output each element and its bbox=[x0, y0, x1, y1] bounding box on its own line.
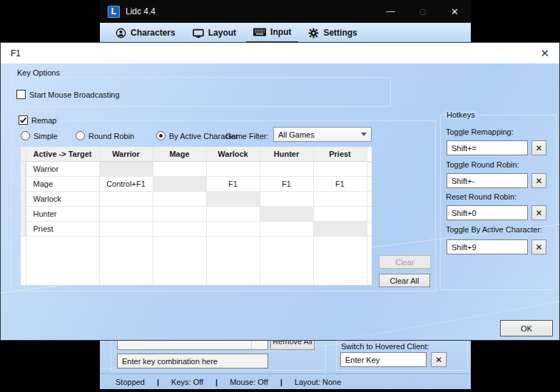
reset-round-robin-label: Reset Round Robin: bbox=[446, 192, 516, 201]
map-cell[interactable] bbox=[206, 221, 260, 236]
row-selector[interactable] bbox=[21, 206, 26, 221]
main-window-bottom: Remove All Switch to Hovered Client: ✕ S… bbox=[100, 341, 471, 389]
row-label: Warrior bbox=[26, 161, 99, 176]
map-cell[interactable] bbox=[260, 221, 313, 236]
row-label: Priest bbox=[26, 221, 99, 236]
row-selector[interactable] bbox=[21, 191, 26, 206]
chevron-down-icon bbox=[361, 133, 367, 136]
clear-hotkey-icon[interactable]: ✕ bbox=[531, 239, 546, 254]
remap-table: Active -> Target Warrior Mage Warlock Hu… bbox=[21, 147, 372, 285]
clear-switch-key-icon[interactable]: ✕ bbox=[431, 352, 447, 367]
tab-characters[interactable]: Characters bbox=[108, 23, 183, 43]
map-cell[interactable] bbox=[206, 191, 260, 206]
col-header: Warrior bbox=[99, 147, 153, 161]
map-cell[interactable] bbox=[99, 161, 153, 176]
main-window-top: L Lidc 4.4 — ▢ ✕ Characters Layout Input bbox=[100, 0, 471, 43]
row-selector[interactable] bbox=[21, 221, 26, 236]
status-separator: | bbox=[280, 378, 282, 386]
key-dialog: F1 ✕ Key Options Start Mouse Broadcastin… bbox=[0, 42, 560, 341]
toggle-by-active-character-label: Toggle By Active Character: bbox=[446, 225, 542, 234]
toggle-by-active-character-input[interactable] bbox=[447, 239, 528, 254]
minimize-button[interactable]: — bbox=[375, 0, 407, 23]
map-cell[interactable] bbox=[153, 176, 206, 191]
tab-label: Characters bbox=[131, 28, 175, 38]
switch-hovered-client-label: Switch to Hovered Client: bbox=[341, 342, 429, 351]
check-icon bbox=[19, 116, 27, 124]
row-label: Mage bbox=[26, 176, 99, 191]
mode-simple-label: Simple bbox=[34, 132, 58, 140]
row-selector[interactable] bbox=[21, 176, 26, 191]
table-row: Hunter bbox=[21, 206, 372, 221]
clear-all-button[interactable]: Clear All bbox=[379, 274, 430, 287]
row-label: Hunter bbox=[26, 206, 99, 221]
tab-input[interactable]: Input bbox=[246, 23, 298, 43]
table-filler bbox=[367, 147, 372, 161]
clear-hotkey-icon[interactable]: ✕ bbox=[531, 205, 546, 220]
status-keys: Keys: Off bbox=[171, 378, 203, 386]
row-selector[interactable] bbox=[21, 161, 26, 176]
start-mouse-broadcasting-checkbox[interactable] bbox=[16, 90, 26, 99]
status-separator: | bbox=[215, 378, 218, 386]
tab-layout[interactable]: Layout bbox=[185, 23, 243, 43]
map-cell[interactable]: Control+F1 bbox=[99, 176, 153, 191]
col-header: Active -> Target bbox=[26, 147, 99, 161]
close-button[interactable]: ✕ bbox=[439, 0, 471, 23]
app-logo-icon: L bbox=[108, 6, 120, 18]
remap-checkbox[interactable] bbox=[19, 115, 28, 125]
row-selector-header bbox=[21, 147, 26, 161]
clear-hotkey-icon[interactable]: ✕ bbox=[531, 173, 546, 188]
map-cell[interactable] bbox=[313, 161, 367, 176]
table-row: Mage Control+F1 F1 F1 F1 bbox=[21, 176, 372, 191]
map-cell[interactable] bbox=[99, 221, 153, 236]
reset-round-robin-input[interactable] bbox=[447, 205, 528, 220]
status-mouse: Mouse: Off bbox=[230, 378, 268, 386]
tab-settings[interactable]: Settings bbox=[301, 23, 364, 43]
dialog-close-icon[interactable]: ✕ bbox=[540, 48, 549, 58]
key-options-label: Key Options bbox=[15, 68, 62, 77]
toggle-round-robin-label: Toggle Round Robin: bbox=[446, 160, 519, 169]
map-cell[interactable] bbox=[313, 206, 367, 221]
switch-key-input[interactable] bbox=[340, 352, 427, 367]
toggle-round-robin-input[interactable] bbox=[447, 173, 528, 188]
window-title: Lidc 4.4 bbox=[126, 6, 156, 16]
remove-all-button[interactable]: Remove All bbox=[270, 341, 315, 350]
game-filter-dropdown[interactable]: All Games bbox=[273, 127, 372, 142]
map-cell[interactable] bbox=[153, 191, 206, 206]
remap-label: Remap bbox=[31, 116, 56, 125]
dialog-header: F1 ✕ bbox=[1, 43, 559, 63]
map-cell[interactable] bbox=[153, 161, 206, 176]
map-cell[interactable] bbox=[313, 191, 367, 206]
map-cell[interactable]: F1 bbox=[313, 176, 367, 191]
col-header: Priest bbox=[313, 147, 367, 161]
map-cell[interactable] bbox=[206, 206, 260, 221]
map-cell[interactable] bbox=[313, 221, 367, 236]
key-list-clipped[interactable] bbox=[117, 341, 268, 350]
map-cell[interactable]: F1 bbox=[206, 176, 260, 191]
game-filter-value: All Games bbox=[278, 130, 315, 139]
ok-button[interactable]: OK bbox=[500, 320, 553, 336]
map-cell[interactable] bbox=[206, 161, 260, 176]
map-cell[interactable] bbox=[260, 161, 313, 176]
toggle-remapping-input[interactable] bbox=[447, 140, 528, 155]
mode-round-robin[interactable]: Round Robin bbox=[76, 131, 134, 140]
status-bar: Stopped | Keys: Off | Mouse: Off | Layou… bbox=[100, 373, 471, 389]
mode-simple[interactable]: Simple bbox=[21, 131, 58, 140]
map-cell[interactable] bbox=[99, 206, 153, 221]
col-header: Warlock bbox=[206, 147, 260, 161]
map-cell[interactable] bbox=[99, 191, 153, 206]
person-icon bbox=[116, 28, 126, 38]
maximize-button[interactable]: ▢ bbox=[407, 0, 439, 23]
gear-icon bbox=[308, 28, 319, 38]
clear-hotkey-icon[interactable]: ✕ bbox=[531, 140, 546, 155]
tab-bar: Characters Layout Input Settings bbox=[100, 23, 471, 43]
map-cell[interactable] bbox=[260, 206, 313, 221]
key-combination-input[interactable] bbox=[117, 354, 268, 368]
mode-round-robin-label: Round Robin bbox=[88, 132, 134, 140]
clear-button[interactable]: Clear bbox=[379, 255, 431, 269]
map-cell[interactable]: F1 bbox=[260, 176, 313, 191]
map-cell[interactable] bbox=[153, 221, 206, 236]
map-cell[interactable] bbox=[153, 206, 206, 221]
map-cell[interactable] bbox=[260, 191, 313, 206]
hotkeys-label: Hotkeys bbox=[444, 110, 477, 119]
radio-icon bbox=[76, 131, 85, 140]
